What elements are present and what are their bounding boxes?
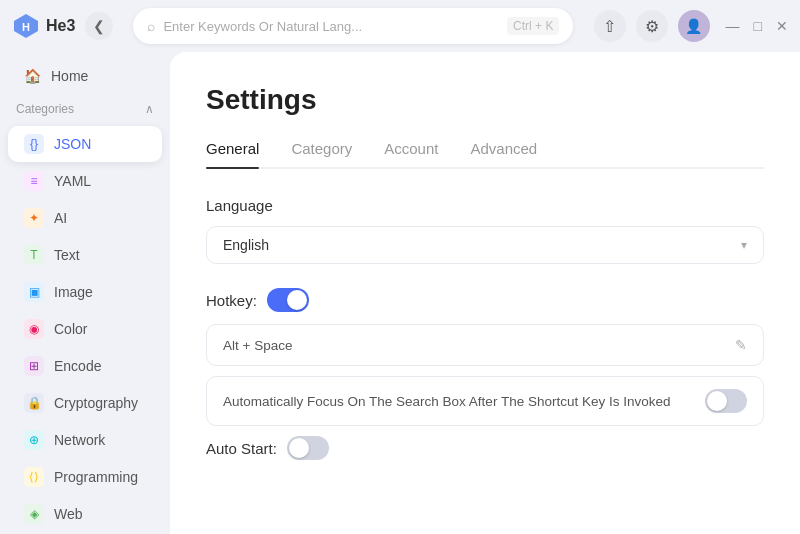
sidebar-item-label: YAML: [54, 173, 91, 189]
sidebar-item-label: Image: [54, 284, 93, 300]
home-icon: 🏠: [24, 68, 41, 84]
sidebar-item-ai[interactable]: ✦ AI: [8, 200, 162, 236]
color-icon: ◉: [24, 319, 44, 339]
language-value: English: [223, 237, 269, 253]
auto-focus-row: Automatically Focus On The Search Box Af…: [206, 376, 764, 426]
settings-button[interactable]: ⚙: [636, 10, 668, 42]
sidebar-item-json[interactable]: {} JSON: [8, 126, 162, 162]
content-area: Settings General Category Account Advanc…: [170, 52, 800, 534]
sidebar-item-label: JSON: [54, 136, 91, 152]
close-button[interactable]: ✕: [776, 19, 788, 33]
chevron-down-icon: ▾: [741, 238, 747, 252]
sidebar-item-label: Cryptography: [54, 395, 138, 411]
sidebar-item-programming[interactable]: ⟨⟩ Programming: [8, 459, 162, 495]
tab-category[interactable]: Category: [291, 140, 352, 167]
gear-icon: ⚙: [645, 17, 659, 36]
ai-icon: ✦: [24, 208, 44, 228]
sidebar-item-network[interactable]: ⊕ Network: [8, 422, 162, 458]
edit-icon[interactable]: ✎: [735, 337, 747, 353]
yaml-icon: ≡: [24, 171, 44, 191]
sidebar: 🏠 Home Categories ∧ {} JSON ≡ YAML ✦ AI …: [0, 52, 170, 534]
auto-focus-toggle-knob: [707, 391, 727, 411]
sidebar-item-color[interactable]: ◉ Color: [8, 311, 162, 347]
categories-label: Categories: [16, 102, 74, 116]
app-name: He3: [46, 17, 75, 35]
sidebar-item-image[interactable]: ▣ Image: [8, 274, 162, 310]
auto-focus-label: Automatically Focus On The Search Box Af…: [223, 394, 670, 409]
sidebar-item-web[interactable]: ◈ Web: [8, 496, 162, 532]
home-label: Home: [51, 68, 88, 84]
main-layout: 🏠 Home Categories ∧ {} JSON ≡ YAML ✦ AI …: [0, 52, 800, 534]
page-title: Settings: [206, 84, 764, 116]
sidebar-item-home[interactable]: 🏠 Home: [8, 60, 162, 92]
sidebar-item-text[interactable]: T Text: [8, 237, 162, 273]
svg-text:H: H: [22, 21, 30, 33]
titlebar: H He3 ❮ ⌕ Enter Keywords Or Natural Lang…: [0, 0, 800, 52]
hotkey-toggle-knob: [287, 290, 307, 310]
sidebar-item-label: Programming: [54, 469, 138, 485]
avatar[interactable]: 👤: [678, 10, 710, 42]
search-icon: ⌕: [147, 18, 155, 34]
titlebar-left: H He3 ❮: [12, 12, 113, 40]
logo: H He3: [12, 12, 75, 40]
hotkey-value-row: Alt + Space ✎: [206, 324, 764, 366]
search-bar[interactable]: ⌕ Enter Keywords Or Natural Lang... Ctrl…: [133, 8, 573, 44]
back-icon: ❮: [93, 18, 105, 34]
share-button[interactable]: ⇧: [594, 10, 626, 42]
hotkey-toggle[interactable]: [267, 288, 309, 312]
web-icon: ◈: [24, 504, 44, 524]
sidebar-item-label: Color: [54, 321, 87, 337]
search-placeholder: Enter Keywords Or Natural Lang...: [163, 19, 499, 34]
tab-advanced[interactable]: Advanced: [470, 140, 537, 167]
titlebar-right: ⇧ ⚙ 👤 — □ ✕: [594, 10, 788, 42]
encode-icon: ⊞: [24, 356, 44, 376]
maximize-button[interactable]: □: [754, 19, 762, 33]
language-section-label: Language: [206, 197, 764, 214]
sidebar-item-yaml[interactable]: ≡ YAML: [8, 163, 162, 199]
avatar-icon: 👤: [685, 18, 702, 34]
auto-start-row: Auto Start:: [206, 436, 764, 460]
language-select[interactable]: English ▾: [206, 226, 764, 264]
window-controls: — □ ✕: [726, 19, 788, 33]
categories-header: Categories ∧: [0, 96, 170, 122]
hotkey-value: Alt + Space: [223, 338, 292, 353]
tab-account[interactable]: Account: [384, 140, 438, 167]
image-icon: ▣: [24, 282, 44, 302]
sidebar-item-label: AI: [54, 210, 67, 226]
logo-icon: H: [12, 12, 40, 40]
auto-focus-toggle[interactable]: [705, 389, 747, 413]
crypto-icon: 🔒: [24, 393, 44, 413]
auto-start-toggle-knob: [289, 438, 309, 458]
settings-tabs: General Category Account Advanced: [206, 140, 764, 169]
tab-general[interactable]: General: [206, 140, 259, 167]
json-icon: {}: [24, 134, 44, 154]
sidebar-item-cryptography[interactable]: 🔒 Cryptography: [8, 385, 162, 421]
hotkey-label: Hotkey:: [206, 292, 257, 309]
share-icon: ⇧: [603, 17, 616, 36]
search-shortcut: Ctrl + K: [507, 17, 559, 35]
sidebar-item-label: Network: [54, 432, 105, 448]
minimize-button[interactable]: —: [726, 19, 740, 33]
sidebar-item-label: Text: [54, 247, 80, 263]
sidebar-item-label: Encode: [54, 358, 101, 374]
back-button[interactable]: ❮: [85, 12, 113, 40]
programming-icon: ⟨⟩: [24, 467, 44, 487]
sidebar-item-encode[interactable]: ⊞ Encode: [8, 348, 162, 384]
categories-collapse-icon[interactable]: ∧: [145, 102, 154, 116]
auto-start-toggle[interactable]: [287, 436, 329, 460]
hotkey-row: Hotkey:: [206, 288, 764, 312]
auto-start-label: Auto Start:: [206, 440, 277, 457]
network-icon: ⊕: [24, 430, 44, 450]
sidebar-item-label: Web: [54, 506, 83, 522]
text-icon: T: [24, 245, 44, 265]
